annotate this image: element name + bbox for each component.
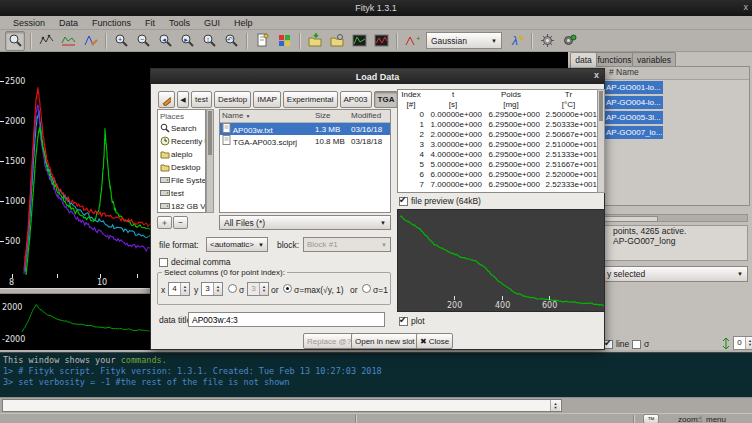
data-title-input[interactable] [188, 312, 385, 327]
plot-checkbox[interactable]: plot [399, 316, 425, 326]
output-console[interactable]: This window shows your commands. 1> # Fi… [0, 352, 752, 397]
menu-session[interactable]: Session [6, 18, 52, 28]
sigma-checkbox[interactable]: σ [632, 339, 649, 349]
func-plot-icon[interactable] [371, 31, 391, 51]
coord-format-button[interactable]: ™ [643, 414, 659, 423]
scrollbar-thumb[interactable] [208, 111, 212, 155]
page-icon[interactable] [252, 31, 272, 51]
menu-fit[interactable]: Fit [138, 18, 162, 28]
places-list[interactable]: Places SearchRecently U...aleploDesktopF… [157, 109, 206, 213]
open-data-icon[interactable] [305, 31, 325, 51]
file-format-dropdown[interactable]: <automatic>▼ [206, 237, 268, 252]
data-plot-icon[interactable] [349, 31, 369, 51]
scrollbar-thumb[interactable] [599, 91, 603, 121]
column-name[interactable]: Name ▼ [220, 110, 313, 122]
open-in-new-slot-button[interactable]: Open in new slot [351, 333, 419, 349]
window-titlebar[interactable]: Fityk 1.3.1 x [0, 0, 752, 16]
spinner-arrows-icon[interactable]: ▲▼ [180, 283, 189, 295]
dataset-name[interactable]: AP-GO007_lo... [603, 126, 663, 139]
places-scrollbar[interactable] [206, 109, 214, 213]
menu-functions[interactable]: Functions [85, 18, 138, 28]
file-list[interactable]: Name ▼ Size Modified AP003w.txt 1.3 MB 0… [219, 109, 391, 213]
zoom-mode-icon[interactable] [5, 31, 25, 51]
zoom-prev-icon[interactable]: ↶ [221, 31, 241, 51]
path-button-experimental[interactable]: Experimental [283, 91, 338, 108]
place-item-recently-u-[interactable]: Recently U... [158, 135, 205, 148]
status-menu-label[interactable]: menu [706, 415, 726, 423]
auto-add-icon[interactable]: + [402, 31, 422, 51]
checkbox-icon[interactable] [159, 258, 168, 267]
y-column-spinner[interactable]: 3▲▼ [201, 282, 223, 296]
dataset-name[interactable]: AP-GO001-lo... [603, 81, 663, 94]
place-item-file-system[interactable]: File System [158, 174, 205, 187]
menu-help[interactable]: Help [227, 18, 260, 28]
zoom-vert-icon[interactable]: ↕ [199, 31, 219, 51]
run-fit-icon[interactable] [559, 31, 579, 51]
place-item-desktop[interactable]: Desktop [158, 161, 205, 174]
column-size[interactable]: Size [313, 110, 349, 122]
zoom-out-icon[interactable]: − [133, 31, 153, 51]
baseline-icon[interactable] [58, 31, 78, 51]
column-modified[interactable]: Modified [349, 110, 390, 122]
file-row[interactable]: TGA-AP003.sciprj 10.8 MB 03/18/18 [220, 135, 390, 147]
zoom-right-icon[interactable]: ▸ [177, 31, 197, 51]
dataset-name[interactable]: AP-GO004-lo... [603, 96, 663, 109]
exec-script-icon[interactable] [327, 31, 347, 51]
file-filter-dropdown[interactable]: All Files (*) ▼ [219, 215, 391, 230]
file-preview-checkbox[interactable]: file preview (64kB) [399, 196, 481, 206]
path-back-button[interactable]: ◀ [177, 91, 189, 108]
path-button-tga[interactable]: TGA [374, 91, 399, 108]
x-column-spinner[interactable]: 4▲▼ [168, 282, 190, 296]
path-button-test[interactable]: test [191, 91, 212, 108]
dialog-close-icon[interactable]: x [594, 70, 599, 80]
lambda-icon[interactable]: λ [506, 31, 526, 51]
place-item-182-gb-vol-[interactable]: 182 GB Vol... [158, 200, 205, 213]
data-range-icon[interactable] [36, 31, 56, 51]
dataset-name[interactable]: AP-GO005-3l... [603, 111, 663, 124]
status-zoom-label[interactable]: zoom [678, 415, 698, 423]
add-peak-draw-icon[interactable] [80, 31, 100, 51]
checkbox-icon[interactable] [399, 317, 408, 326]
path-button-desktop[interactable]: Desktop [214, 91, 251, 108]
command-input[interactable]: ▲▼ [2, 399, 562, 412]
settings-gear-icon[interactable] [537, 31, 557, 51]
sigma-column-radio[interactable] [228, 284, 237, 293]
file-row[interactable]: AP003w.txt 1.3 MB 03/16/18 [220, 123, 390, 135]
menu-tools[interactable]: Tools [162, 18, 197, 28]
sigma-max-radio[interactable] [283, 284, 292, 293]
menu-data[interactable]: Data [52, 18, 85, 28]
path-button-imap[interactable]: IMAP [253, 91, 281, 108]
close-button[interactable]: ✖Close [416, 333, 453, 349]
line-checkbox[interactable]: line [604, 339, 629, 349]
add-place-button[interactable]: ＋ [157, 216, 172, 229]
tab-functions[interactable]: functions [594, 52, 635, 66]
place-item-aleplo[interactable]: aleplo [158, 148, 205, 161]
sigma-one-radio[interactable] [362, 284, 371, 293]
function-type-dropdown[interactable]: Gaussian▼ [426, 32, 502, 49]
zoom-in-icon[interactable]: + [111, 31, 131, 51]
type-filename-button[interactable] [158, 91, 175, 108]
zoom-left-icon[interactable]: ◂ [155, 31, 175, 51]
window-close-icon[interactable]: x [744, 2, 749, 12]
place-item-search[interactable]: Search [158, 122, 205, 135]
place-item-test[interactable]: test [158, 187, 205, 200]
dialog-titlebar[interactable]: Load Data x [151, 69, 604, 84]
data-list-hscrollbar[interactable] [602, 214, 748, 222]
spinner-arrows-icon[interactable]: ▲▼ [745, 337, 752, 349]
history-spinner-icon[interactable]: ▲▼ [550, 400, 560, 411]
tab-variables[interactable]: variables [632, 52, 676, 66]
config-icon[interactable] [274, 31, 294, 51]
remove-place-button[interactable]: − [173, 216, 188, 229]
tab-data[interactable]: data [570, 52, 597, 67]
menu-gui[interactable]: GUI [197, 18, 227, 28]
checkbox-icon[interactable] [604, 340, 613, 349]
scrollbar-thumb[interactable] [604, 216, 658, 222]
checkbox-icon[interactable] [632, 340, 641, 349]
file-list-columns[interactable]: Name ▼ Size Modified [220, 110, 390, 123]
path-button-ap003[interactable]: AP003 [340, 91, 372, 108]
spinner-arrows-icon[interactable]: ▲▼ [213, 283, 222, 295]
checkbox-icon[interactable] [399, 197, 408, 206]
point-size-spinner[interactable]: 0▲▼ [733, 336, 752, 350]
decimal-comma-checkbox[interactable]: decimal comma [159, 257, 231, 267]
preview-scrollbar[interactable] [597, 89, 605, 193]
